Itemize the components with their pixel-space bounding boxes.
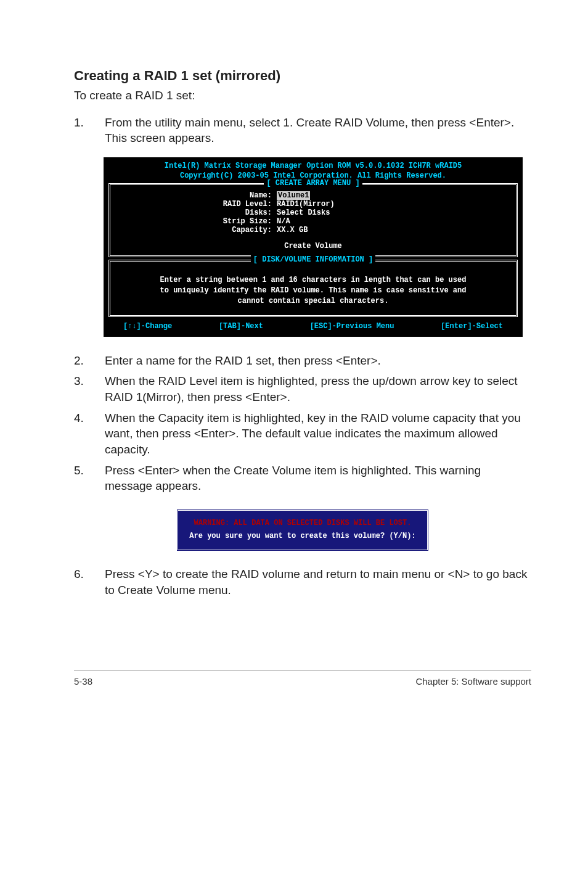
step-text: When the Capacity item is highlighted, k… [105,410,531,458]
page-number: 5-38 [74,676,92,687]
step-text: Press <Enter> when the Create Volume ite… [105,463,531,494]
step-number: 1. [74,115,86,146]
step-text: Press <Y> to create the RAID volume and … [105,566,531,598]
field-label-raid: RAID Level: [116,200,277,208]
field-value-name[interactable]: Volume1 [277,191,310,200]
field-value-strip: N/A [277,217,290,226]
disk-volume-info-box: [ DISK/VOLUME INFORMATION ] Enter a stri… [108,260,518,316]
field-label-name: Name: [116,191,277,200]
confirm-prompt[interactable]: Are you sure you want to create this vol… [189,530,415,543]
create-array-menu-box: [ CREATE ARRAY MENU ] Name: Volume1 RAID… [108,183,518,257]
create-volume-action[interactable]: Create Volume [116,242,510,250]
bios-console: Intel(R) Matrix Storage Manager Option R… [104,157,523,337]
step-number: 5. [74,463,86,494]
intro-text: To create a RAID 1 set: [74,88,531,104]
hint-line-1: Enter a string between 1 and 16 characte… [120,275,506,286]
key-hint-prev: [ESC]-Previous Menu [310,322,394,331]
hint-line-3: cannot contain special characters. [120,296,506,307]
section-heading: Creating a RAID 1 set (mirrored) [74,68,531,84]
warning-dialog: WARNING: ALL DATA ON SELECTED DISKS WILL… [176,509,428,551]
chapter-label: Chapter 5: Software support [415,676,531,687]
key-hint-change: [↑↓]-Change [123,322,172,331]
step-text: Enter a name for the RAID 1 set, then pr… [105,353,531,369]
hint-line-2: to uniquely identify the RAID volume. Th… [120,286,506,296]
field-value-raid[interactable]: RAID1(Mirror) [277,200,335,208]
field-label-capacity: Capacity: [116,226,277,234]
step-text: From the utility main menu, select 1. Cr… [105,115,531,146]
field-label-strip: Strip Size: [116,217,277,226]
console-footer-bar: [↑↓]-Change [TAB]-Next [ESC]-Previous Me… [104,320,523,337]
warning-text: WARNING: ALL DATA ON SELECTED DISKS WILL… [189,517,415,530]
key-hint-select: [Enter]-Select [441,322,503,331]
step-text: When the RAID Level item is highlighted,… [105,373,531,405]
console-title-1: Intel(R) Matrix Storage Manager Option R… [108,161,518,171]
step-number: 3. [74,373,86,405]
disk-volume-caption: [ DISK/VOLUME INFORMATION ] [251,255,375,264]
field-value-capacity[interactable]: XX.X GB [277,226,308,234]
field-value-disks[interactable]: Select Disks [277,208,330,217]
step-number: 4. [74,410,86,458]
step-number: 6. [74,566,86,598]
create-array-caption: [ CREATE ARRAY MENU ] [264,179,362,188]
step-number: 2. [74,353,86,369]
field-label-disks: Disks: [116,208,277,217]
key-hint-next: [TAB]-Next [219,322,263,331]
